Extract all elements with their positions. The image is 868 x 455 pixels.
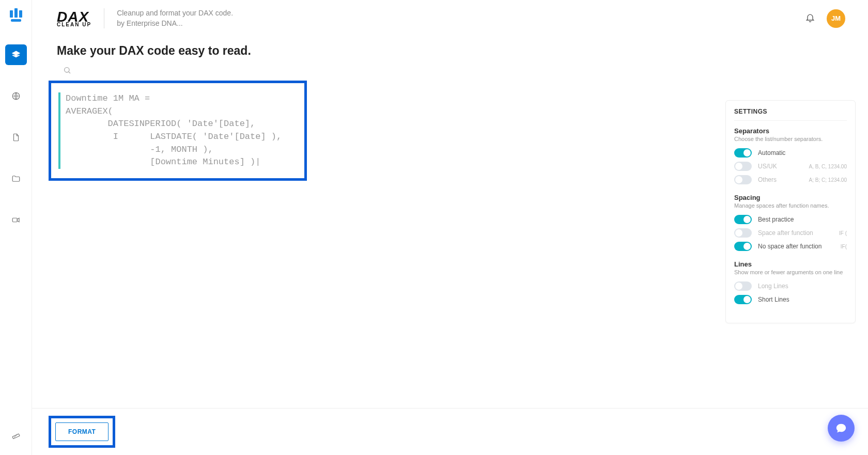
editor-gutter [58,92,60,169]
nav-item-document[interactable] [5,127,27,148]
nav-item-ruler[interactable] [5,424,27,445]
svg-rect-3 [11,19,21,22]
toggle-long-lines[interactable] [734,281,752,291]
nav-item-layers[interactable] [5,44,27,65]
toggle-no-space-after[interactable] [734,242,752,251]
nav-item-globe[interactable] [5,86,27,106]
svg-rect-2 [19,10,22,18]
nav-item-folder[interactable] [5,168,27,189]
toggle-space-after[interactable] [734,228,752,238]
format-button-highlight: FORMAT [49,416,115,448]
toggle-others[interactable] [734,175,752,184]
footer-bar: FORMAT [32,408,868,455]
editor-content: Downtime 1M MA = AVERAGEX( DATESINPERIOD… [66,92,282,169]
app-logo [8,7,24,24]
brand-logo: DAX CLEAN UP [57,10,91,27]
svg-marker-4 [12,51,20,55]
svg-rect-0 [10,10,13,18]
toggle-best-practice[interactable] [734,215,752,224]
settings-lines: Lines Show more or fewer arguments on on… [734,260,847,306]
settings-panel: SETTINGS Separators Choose the list/numb… [725,100,856,323]
search-icon[interactable] [63,67,71,76]
settings-title: SETTINGS [734,108,847,121]
toggle-automatic[interactable] [734,148,752,158]
svg-point-8 [65,68,69,72]
toggle-usuk[interactable] [734,162,752,171]
settings-separators: Separators Choose the list/number separa… [734,127,847,186]
page-title: Make your DAX code easy to read. [32,34,868,64]
settings-spacing: Spacing Manage spaces after function nam… [734,194,847,253]
brand-description: Cleanup and format your DAX code. by Ent… [104,8,233,28]
main-content: DAX CLEAN UP Cleanup and format your DAX… [32,0,868,455]
brand-block: DAX CLEAN UP Cleanup and format your DAX… [57,8,805,28]
nav-item-video[interactable] [5,210,27,230]
brand-name: DAX [57,10,89,23]
format-button[interactable]: FORMAT [55,422,109,441]
left-sidebar [0,0,32,455]
svg-rect-1 [14,8,18,18]
svg-rect-6 [12,218,17,222]
chat-fab[interactable] [828,415,855,442]
toggle-short-lines[interactable] [734,295,752,304]
avatar[interactable]: JM [827,9,845,28]
svg-line-9 [69,72,70,73]
brand-subtitle: CLEAN UP [57,22,91,27]
svg-rect-7 [12,434,19,439]
header: DAX CLEAN UP Cleanup and format your DAX… [32,0,868,34]
notifications-icon[interactable] [805,12,815,25]
code-editor-highlight: Downtime 1M MA = AVERAGEX( DATESINPERIOD… [49,81,307,181]
code-editor[interactable]: Downtime 1M MA = AVERAGEX( DATESINPERIOD… [55,87,300,174]
